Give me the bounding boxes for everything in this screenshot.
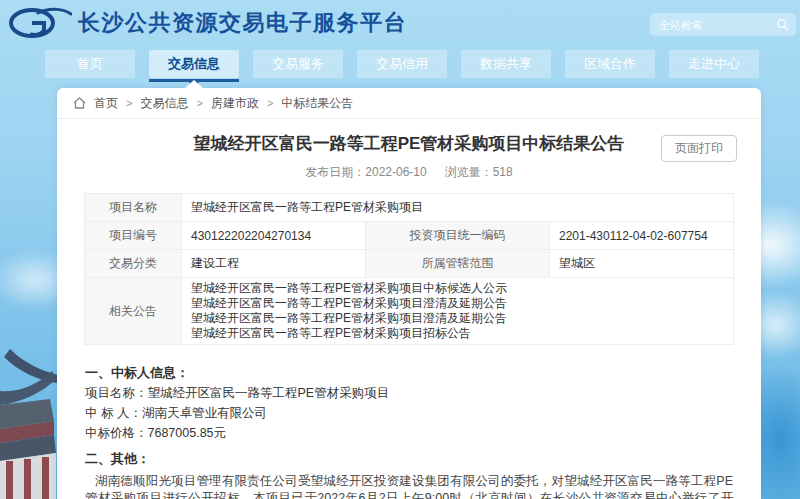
home-icon [73, 97, 86, 109]
pagoda-building-photo [0, 349, 58, 499]
breadcrumb: 首页 > 交易信息 > 房建市政 > 中标结果公告 [57, 88, 761, 119]
article-body: 一、中标人信息： 项目名称：望城经开区富民一路等工程PE管材采购项目 中 标 人… [57, 345, 761, 499]
project-name-value: 望城经开区富民一路等工程PE管材采购项目 [182, 194, 734, 222]
price-line: 中标价格：7687005.85元 [85, 423, 733, 443]
site-logo[interactable] [8, 5, 72, 41]
project-info-table: 项目名称 望城经开区富民一路等工程PE管材采购项目 项目编号 430122202… [84, 193, 734, 345]
site-header: 长沙公共资源交易电子服务平台 [0, 0, 800, 46]
nav-tab-home[interactable]: 首页 [45, 50, 135, 78]
related-notices-list: 望城经开区富民一路等工程PE管材采购项目中标候选人公示 望城经开区富民一路等工程… [182, 278, 734, 345]
announcement-paragraph: 湖南德顺阳光项目管理有限责任公司受望城经开区投资建设集团有限公司的委托，对望城经… [85, 473, 733, 499]
table-row: 项目编号 430122202204270134 投资项目统一编码 2201-43… [85, 222, 734, 250]
jurisdiction-value: 望城区 [550, 250, 734, 278]
project-name-label: 项目名称 [85, 194, 182, 222]
main-nav: 首页 交易信息 交易服务 交易信用 数据共享 区域合作 走进中心 [45, 50, 759, 78]
nav-tab-trade-info[interactable]: 交易信息 [149, 50, 239, 78]
related-notice-link[interactable]: 望城经开区富民一路等工程PE管材采购项目澄清及延期公告 [191, 296, 724, 311]
logo-icon [8, 5, 72, 41]
table-row: 相关公告 望城经开区富民一路等工程PE管材采购项目中标候选人公示 望城经开区富民… [85, 278, 734, 345]
page-title: 望城经开区富民一路等工程PE管材采购项目中标结果公告 [57, 133, 761, 155]
breadcrumb-item-current[interactable]: 中标结果公告 [281, 95, 353, 112]
table-row: 项目名称 望城经开区富民一路等工程PE管材采购项目 [85, 194, 734, 222]
related-notices-label: 相关公告 [85, 278, 182, 345]
section-heading-winner-info: 一、中标人信息： [85, 363, 733, 383]
content-panel: 首页 > 交易信息 > 房建市政 > 中标结果公告 望城经开区富民一路等工程PE… [57, 88, 761, 499]
table-row: 交易分类 建设工程 所属管辖范围 望城区 [85, 250, 734, 278]
publish-date-label: 发布日期： [305, 165, 365, 179]
jurisdiction-label: 所属管辖范围 [366, 250, 550, 278]
section-heading-other: 二、其他： [85, 449, 733, 469]
breadcrumb-item-trade-info[interactable]: 交易信息 [140, 95, 188, 112]
article-meta: 发布日期：2022-06-10浏览量：518 [57, 164, 761, 181]
trade-type-label: 交易分类 [85, 250, 182, 278]
views-label: 浏览量： [445, 165, 493, 179]
nav-tab-region-coop[interactable]: 区域合作 [565, 50, 655, 78]
active-tab-pointer [185, 80, 203, 88]
nav-tab-about-center[interactable]: 走进中心 [669, 50, 759, 78]
related-notice-link[interactable]: 望城经开区富民一路等工程PE管材采购项目招标公告 [191, 326, 724, 341]
breadcrumb-item-category[interactable]: 房建市政 [211, 95, 259, 112]
related-notice-link[interactable]: 望城经开区富民一路等工程PE管材采购项目澄清及延期公告 [191, 311, 724, 326]
site-search[interactable] [650, 13, 796, 36]
breadcrumb-item-home[interactable]: 首页 [94, 95, 118, 112]
nav-tab-trade-credit[interactable]: 交易信用 [357, 50, 447, 78]
project-code-value: 430122202204270134 [182, 222, 366, 250]
breadcrumb-separator: > [126, 97, 132, 109]
search-input[interactable] [657, 18, 776, 32]
nav-tab-trade-service[interactable]: 交易服务 [253, 50, 343, 78]
project-name-line: 项目名称：望城经开区富民一路等工程PE管材采购项目 [85, 383, 733, 403]
related-notice-link[interactable]: 望城经开区富民一路等工程PE管材采购项目中标候选人公示 [191, 281, 724, 296]
breadcrumb-separator: > [196, 97, 202, 109]
project-code-label: 项目编号 [85, 222, 182, 250]
publish-date-value: 2022-06-10 [365, 165, 426, 179]
nav-tab-data-share[interactable]: 数据共享 [461, 50, 551, 78]
article-header: 望城经开区富民一路等工程PE管材采购项目中标结果公告 发布日期：2022-06-… [57, 119, 761, 181]
invest-code-value: 2201-430112-04-02-607754 [550, 222, 734, 250]
print-page-button[interactable]: 页面打印 [661, 135, 737, 162]
winner-line: 中 标 人：湖南天卓管业有限公司 [85, 403, 733, 423]
breadcrumb-separator: > [267, 97, 273, 109]
views-value: 518 [493, 165, 513, 179]
site-title: 长沙公共资源交易电子服务平台 [78, 8, 407, 38]
search-icon[interactable] [776, 18, 789, 31]
trade-type-value: 建设工程 [182, 250, 366, 278]
invest-code-label: 投资项目统一编码 [366, 222, 550, 250]
